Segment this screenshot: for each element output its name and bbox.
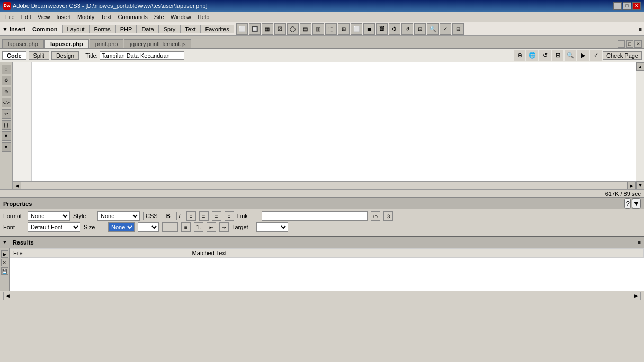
insert-tab-favorites[interactable]: Favorites — [200, 25, 234, 33]
insert-icon-6[interactable]: ▤ — [300, 23, 311, 35]
doc-tab-2[interactable]: print.php — [90, 39, 124, 48]
insert-icon-13[interactable]: ⚙ — [389, 23, 400, 35]
sidebar-snippet-icon[interactable]: { } — [2, 120, 11, 130]
insert-tab-spry[interactable]: Spry — [159, 25, 181, 33]
code-content[interactable] — [13, 62, 636, 181]
insert-icon-2[interactable]: 🔲 — [249, 23, 261, 35]
right-scrollbar[interactable]: ▲ ▼ — [636, 62, 644, 189]
insert-tab-layout[interactable]: Layout — [62, 25, 90, 33]
insert-icon-1[interactable]: ⬜ — [236, 23, 248, 35]
insert-icon-15[interactable]: ⊡ — [414, 23, 426, 35]
results-menu-btn[interactable]: ≡ — [638, 239, 644, 246]
link-input[interactable] — [262, 211, 368, 221]
menu-item-site[interactable]: Site — [151, 13, 167, 21]
align-center-icon[interactable]: ≡ — [199, 211, 209, 221]
insert-icon-7[interactable]: ▥ — [312, 23, 324, 35]
insert-icon-9[interactable]: ⊞ — [338, 23, 350, 35]
scroll-left-arrow[interactable]: ◀ — [13, 182, 21, 190]
bottom-scrollbar[interactable]: ◀ ▶ — [13, 181, 636, 189]
code-view-btn[interactable]: Code — [2, 51, 26, 60]
scroll-track[interactable] — [636, 71, 644, 181]
insert-icon-8[interactable]: ⬚ — [325, 23, 337, 35]
scroll-right-btn[interactable]: ▶ — [632, 292, 640, 300]
style-select[interactable]: None — [97, 211, 140, 221]
maximize-button[interactable]: □ — [623, 2, 631, 10]
doc-tab-1[interactable]: lapuser.php — [44, 39, 89, 48]
scroll-left-btn[interactable]: ◀ — [4, 292, 12, 300]
indent-more-icon[interactable]: ⇥ — [219, 222, 229, 232]
insert-icon-17[interactable]: ✓ — [440, 23, 451, 35]
insert-tab-data[interactable]: Data — [137, 25, 158, 33]
close-button[interactable]: ✕ — [632, 2, 641, 10]
sidebar-drag-icon[interactable]: ✥ — [2, 76, 11, 85]
menu-item-window[interactable]: Window — [167, 13, 194, 21]
insert-icon-14[interactable]: ↺ — [401, 23, 413, 35]
link-target-icon[interactable]: ⊙ — [383, 211, 393, 221]
code-search-icon[interactable]: 🔍 — [565, 50, 576, 61]
insert-tab-common[interactable]: Common — [28, 25, 62, 33]
insert-icon-10[interactable]: ⬜ — [351, 23, 362, 35]
insert-tab-forms[interactable]: Forms — [90, 25, 115, 33]
split-view-btn[interactable]: Split — [29, 51, 49, 60]
indent-less-icon[interactable]: ⇤ — [207, 222, 216, 232]
insert-tab-text[interactable]: Text — [180, 25, 200, 33]
align-left-icon[interactable]: ≡ — [186, 211, 196, 221]
insert-icon-18[interactable]: ⊟ — [452, 23, 464, 35]
scroll-bar-track[interactable] — [12, 292, 632, 300]
minimize-button[interactable]: ─ — [613, 2, 622, 10]
properties-help-btn[interactable]: ? — [624, 198, 630, 209]
target-select[interactable] — [256, 222, 288, 232]
validate-icon[interactable]: ✓ — [590, 50, 602, 61]
size-unit-select[interactable] — [138, 222, 159, 232]
design-view-btn[interactable]: Design — [51, 51, 79, 60]
menu-item-commands[interactable]: Commands — [114, 13, 150, 21]
format-select[interactable]: NoneParagraph — [28, 211, 70, 221]
doc-tab-3[interactable]: jquery.printElement.js — [124, 39, 191, 48]
doc-minimize-btn[interactable]: ─ — [618, 40, 625, 48]
check-page-btn[interactable]: Check Page — [603, 51, 642, 60]
insert-icon-16[interactable]: 🔍 — [427, 23, 439, 35]
sidebar-arrow-icon[interactable]: ↕ — [2, 65, 11, 74]
insert-tab-php[interactable]: PHP — [115, 25, 137, 33]
sidebar-tag-icon[interactable]: </> — [2, 98, 11, 107]
properties-expand-btn[interactable]: ▼ — [632, 198, 641, 209]
debug-icon[interactable]: ▶ — [577, 50, 589, 61]
results-arrow[interactable]: ▼ — [2, 239, 7, 245]
menu-item-help[interactable]: Help — [194, 13, 213, 21]
results-play-btn[interactable]: ▶ — [1, 250, 8, 258]
doc-maximize-btn[interactable]: □ — [626, 40, 633, 48]
menu-item-view[interactable]: View — [34, 13, 53, 21]
menu-item-text[interactable]: Text — [97, 13, 114, 21]
insert-icon-4[interactable]: ☑ — [274, 23, 286, 35]
scroll-right-arrow[interactable]: ▶ — [627, 182, 636, 190]
sidebar-more-icon[interactable]: ▼ — [2, 142, 11, 152]
menu-item-edit[interactable]: Edit — [18, 13, 34, 21]
bold-button[interactable]: B — [164, 212, 173, 220]
code-lines[interactable] — [32, 62, 636, 181]
insert-icon-12[interactable]: 🖼 — [376, 23, 388, 35]
page-title-input[interactable] — [100, 51, 184, 60]
insert-menu-btn[interactable]: ≡ — [639, 26, 642, 32]
doc-close-btn[interactable]: ✕ — [634, 40, 642, 48]
file-mgmt-icon[interactable]: ⊕ — [514, 50, 525, 61]
h-scrollbar[interactable]: ◀ ▶ — [3, 292, 641, 300]
refresh-icon[interactable]: ↺ — [539, 50, 551, 61]
scroll-down-arrow[interactable]: ▼ — [636, 181, 644, 189]
italic-button[interactable]: I — [176, 212, 183, 220]
menu-item-insert[interactable]: Insert — [53, 13, 74, 21]
doc-tab-0[interactable]: lapuser.php — [2, 39, 44, 48]
sidebar-zoom-icon[interactable]: ⊕ — [2, 87, 11, 96]
text-color-box[interactable] — [162, 222, 178, 232]
font-select[interactable]: Default Font — [28, 222, 80, 232]
insert-icon-11[interactable]: ◼ — [363, 23, 375, 35]
sidebar-wrap-icon[interactable]: ↩ — [2, 109, 11, 119]
align-justify-icon[interactable]: ≡ — [225, 211, 234, 221]
size-select[interactable]: None — [108, 222, 135, 232]
view-options-icon[interactable]: ⊞ — [552, 50, 564, 61]
insert-icon-5[interactable]: ◯ — [287, 23, 299, 35]
sidebar-collapse-icon[interactable]: ▼ — [2, 131, 11, 141]
list-unordered-icon[interactable]: ≡ — [181, 222, 191, 232]
results-save-btn[interactable]: 💾 — [1, 267, 8, 275]
menu-item-file[interactable]: File — [2, 13, 18, 21]
scroll-up-arrow[interactable]: ▲ — [636, 62, 644, 71]
